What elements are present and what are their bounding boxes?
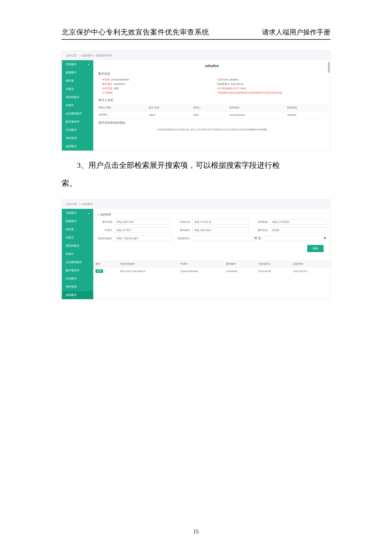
sidebar: 无效案件 ▲ 新建案件 待答复 未提交 退回待提交 审查中 企业委托案件 案件通…	[62, 60, 93, 151]
search-main-pane: ∨ 全部检索 案件名称: 申请主体: 代理机构:	[93, 209, 330, 299]
case-name-label: 案件名称:	[97, 220, 113, 224]
sidebar-item-closed-2[interactable]: 已结案件	[62, 275, 93, 283]
status-select[interactable]	[270, 227, 326, 233]
patent-type-value: 发明	[114, 87, 119, 90]
caret-up-icon: ▲	[87, 63, 89, 66]
case-no-value: 1w456464	[114, 83, 125, 85]
breadcrumb: 当前位置：> 全部案件 > 全部案件详情	[62, 51, 330, 60]
view-button[interactable]: 查看	[95, 269, 103, 273]
case-name-input[interactable]	[115, 219, 171, 225]
sidebar-top-invalid-cases-2[interactable]: 无效案件 ▲	[62, 209, 93, 217]
td-req-type: 专利权人	[96, 111, 146, 119]
header-title-left: 北京保护中心专利无效宣告案件优先审查系统	[62, 27, 209, 37]
sidebar-top-label: 无效案件	[66, 62, 77, 66]
inv-name-label: *发明名称:	[217, 78, 228, 81]
sidebar-item-notice-2[interactable]: 案件通知书	[62, 266, 93, 275]
td-req-addr: sdfsdfds	[284, 111, 327, 119]
case-title: sdfsdfsd	[93, 60, 330, 70]
screenshot-search: 当前位置：> 全部案件 无效案件 ▲ 新建案件 待答复 未提交 退回待提交 审查…	[62, 199, 330, 299]
sidebar-item-all-cases-2[interactable]: 全部案件	[62, 291, 93, 299]
req-date-label: 无效请求日:	[217, 83, 230, 85]
sidebar-item-unsubmitted[interactable]: 未提交	[62, 85, 93, 93]
page-number: 15	[0, 529, 392, 535]
td-req-contact: fsdfs	[191, 111, 227, 119]
case-info-grid: *申请号: 2020154654654 *发明名称: sdfsdfsd *案件编…	[93, 77, 330, 96]
case-no-search-label: 案件编号:	[175, 229, 191, 232]
sidebar-item-all-cases[interactable]: 全部案件	[62, 142, 93, 151]
sidebar-item-pending-reply[interactable]: 待答复	[62, 77, 93, 85]
screenshot-case-detail: 当前位置：> 全部案件 > 全部案件详情 无效案件 ▲ 新建案件 待答复 未提交…	[62, 51, 330, 151]
header-title-right: 请求人端用户操作手册	[262, 28, 330, 37]
req-date-search-label: 无效请求日：	[176, 237, 192, 240]
calendar-icon-2: 📅	[323, 237, 326, 240]
case-no-label: *案件编号:	[101, 83, 113, 85]
breadcrumb-2: 当前位置：> 全部案件	[62, 200, 330, 209]
sidebar-top-invalid-cases[interactable]: 无效案件 ▲	[62, 60, 93, 68]
table-row: 查看 BEIJ-2023-1W-000013 2020154654654 1w4…	[93, 268, 330, 275]
th-req-contact: 联系人	[191, 104, 227, 111]
date-sep: 至	[258, 236, 261, 240]
th-case: 案件编号	[224, 260, 256, 268]
section-case-info: 案件信息	[93, 70, 330, 77]
app-no-search-label: 申请号:	[97, 229, 113, 232]
priority-no-label: 无效优先编号:	[97, 237, 113, 240]
td-req-name: sdfsdf	[146, 111, 191, 119]
sidebar-item-unsubmitted-2[interactable]: 未提交	[62, 233, 93, 242]
sidebar-item-materials-2[interactable]: 资料管理	[62, 283, 93, 291]
calendar-icon: 📅	[254, 237, 257, 240]
search-toggle[interactable]: ∨ 全部检索	[97, 212, 326, 219]
td-reqdate: 2023-06-09	[256, 268, 291, 275]
sidebar-item-returned-2[interactable]: 退回待提交	[62, 242, 93, 250]
body-paragraph-line1: 3、用户点击全部检索展开搜索项，可以根据搜索字段进行检	[62, 158, 330, 173]
sidebar-item-review[interactable]: 审查中	[62, 101, 93, 109]
td-case: 1w456464	[224, 268, 256, 275]
search-panel: ∨ 全部检索 案件名称: 申请主体: 代理机构:	[93, 209, 330, 258]
sidebar-item-enterprise-2[interactable]: 企业委托案件	[62, 258, 93, 266]
th-req-type: 请求人类型	[96, 104, 146, 111]
applicant-input[interactable]	[192, 219, 249, 225]
th-submit: 提交时间	[291, 260, 330, 268]
sidebar-item-new-case[interactable]: 新建案件	[62, 68, 93, 77]
requester-table: 请求人类型 地点/名称 联系人 联系电话 联系地址 专利权人 sdfsdf fs…	[96, 104, 327, 119]
priority-no-input[interactable]	[115, 236, 172, 241]
sidebar-item-returned[interactable]: 退回待提交	[62, 93, 93, 101]
th-req-phone: 联系电话	[227, 104, 284, 111]
search-button[interactable]: 搜索	[307, 245, 324, 252]
scrollbar[interactable]	[328, 62, 330, 73]
case-no-input[interactable]	[192, 227, 249, 233]
reason-text: 不诚信实施侵及的专利生保权纠纷 当事人已请求地方知识产权局处理 由人民法院起诉者…	[93, 126, 330, 133]
req-date-to-input[interactable]	[262, 236, 322, 241]
sidebar-item-notice[interactable]: 案件通知书	[62, 118, 93, 126]
th-app: 申请号	[178, 260, 224, 268]
section-requester: 请求人信息	[93, 96, 330, 104]
caret-up-icon-2: ▲	[87, 212, 89, 214]
th-req-name: 地点/名称	[146, 104, 191, 111]
applicant-label: 申请主体:	[175, 220, 191, 224]
body-paragraph-line2: 索。	[62, 176, 330, 191]
sidebar-top-label-2: 无效案件	[66, 211, 77, 215]
sidebar-item-new-case-2[interactable]: 新建案件	[62, 217, 93, 225]
app-no-label: *申请号:	[101, 78, 111, 81]
status-label: 案件状态:	[252, 229, 268, 232]
req-date-value: 2023-06-09	[231, 83, 243, 85]
td-app: 2020154654654	[178, 268, 224, 275]
sidebar-item-materials[interactable]: 资料管理	[62, 134, 93, 142]
page-header: 北京保护中心专利无效宣告案件优先审查系统 请求人端用户操作手册	[62, 27, 330, 40]
app-no-input[interactable]	[115, 227, 171, 233]
sidebar-item-pending-reply-2[interactable]: 待答复	[62, 225, 93, 233]
req-date-from-input[interactable]	[193, 236, 253, 241]
fastcheck-label: *无效案件在初步审查程序或实质审查程序中是否已加快审查:	[217, 91, 283, 94]
table-row: 专利权人 sdfsdf fsdfs 15422366658 sdfsdfds	[96, 111, 327, 119]
sidebar-item-review-2[interactable]: 审查中	[62, 250, 93, 258]
td-submit: 2023-06-09 1	[291, 268, 330, 275]
agency-label: 代理机构:	[252, 220, 268, 224]
sidebar-item-closed[interactable]: 已结案件	[62, 126, 93, 134]
patent-type-label: *专利类型:	[101, 87, 113, 90]
sidebar-item-enterprise[interactable]: 企业委托案件	[62, 109, 93, 118]
th-priority: 无效优先编号	[118, 260, 178, 268]
industry-label: *产业领域:	[101, 91, 113, 94]
td-req-phone: 15422366658	[227, 111, 284, 119]
section-reason: 请求优先审查的理由	[93, 119, 330, 126]
sidebar-2: 无效案件 ▲ 新建案件 待答复 未提交 退回待提交 审查中 企业委托案件 案件通…	[62, 209, 93, 299]
agency-input[interactable]	[270, 219, 326, 225]
